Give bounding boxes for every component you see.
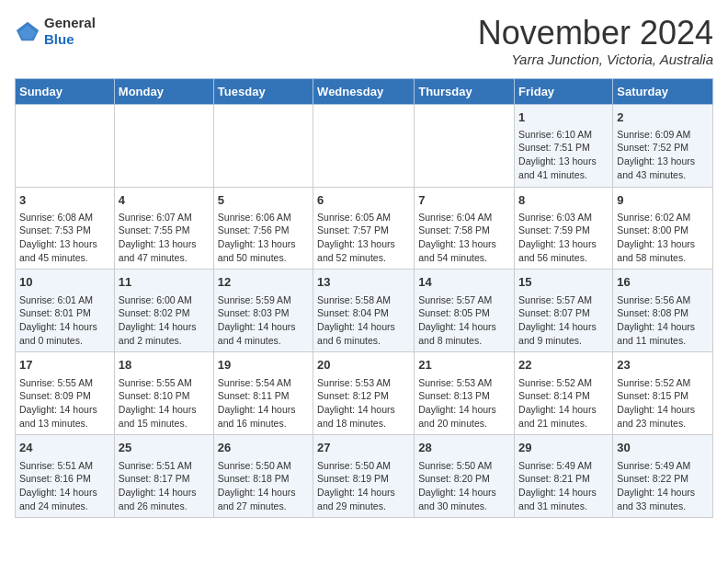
calendar-cell: 20Sunrise: 5:53 AMSunset: 8:12 PMDayligh… [313, 352, 415, 435]
day-number: 19 [218, 357, 309, 373]
day-number: 15 [518, 274, 609, 291]
calendar-cell: 28Sunrise: 5:50 AMSunset: 8:20 PMDayligh… [415, 435, 515, 518]
calendar-cell: 22Sunrise: 5:52 AMSunset: 8:14 PMDayligh… [515, 352, 613, 435]
calendar-week-row: 10Sunrise: 6:01 AMSunset: 8:01 PMDayligh… [16, 270, 713, 352]
calendar-cell: 16Sunrise: 5:56 AMSunset: 8:08 PMDayligh… [613, 270, 713, 352]
logo-blue-text: Blue [44, 31, 96, 48]
weekday-header-thursday: Thursday [415, 78, 515, 104]
day-number: 27 [317, 440, 410, 456]
day-number: 8 [518, 192, 609, 209]
day-number: 23 [617, 357, 709, 373]
calendar-cell: 14Sunrise: 5:57 AMSunset: 8:05 PMDayligh… [415, 270, 515, 352]
day-info: Sunrise: 5:53 AMSunset: 8:13 PMDaylight:… [418, 376, 510, 431]
day-number: 17 [19, 357, 110, 373]
day-number: 9 [617, 192, 709, 209]
calendar-cell: 4Sunrise: 6:07 AMSunset: 7:55 PMDaylight… [114, 187, 213, 270]
calendar-cell [114, 104, 213, 187]
calendar-cell: 27Sunrise: 5:50 AMSunset: 8:19 PMDayligh… [313, 435, 415, 518]
day-number: 13 [317, 274, 410, 291]
calendar-cell: 30Sunrise: 5:49 AMSunset: 8:22 PMDayligh… [613, 435, 713, 518]
day-info: Sunrise: 5:51 AMSunset: 8:17 PMDaylight:… [119, 459, 210, 513]
weekday-header-monday: Monday [114, 78, 213, 104]
day-info: Sunrise: 5:51 AMSunset: 8:16 PMDaylight:… [19, 459, 110, 513]
logo: General Blue [15, 15, 96, 48]
calendar-cell: 21Sunrise: 5:53 AMSunset: 8:13 PMDayligh… [415, 352, 515, 435]
month-title: November 2024 [478, 15, 713, 52]
day-info: Sunrise: 6:08 AMSunset: 7:53 PMDaylight:… [19, 211, 110, 265]
day-info: Sunrise: 5:52 AMSunset: 8:15 PMDaylight:… [617, 376, 709, 431]
day-number: 28 [418, 440, 510, 456]
day-info: Sunrise: 5:55 AMSunset: 8:10 PMDaylight:… [119, 376, 210, 431]
calendar-cell: 18Sunrise: 5:55 AMSunset: 8:10 PMDayligh… [114, 352, 213, 435]
day-number: 11 [119, 274, 210, 291]
day-info: Sunrise: 6:06 AMSunset: 7:56 PMDaylight:… [218, 211, 309, 265]
day-info: Sunrise: 5:55 AMSunset: 8:09 PMDaylight:… [19, 376, 110, 431]
day-info: Sunrise: 5:57 AMSunset: 8:05 PMDaylight:… [418, 293, 510, 348]
day-number: 21 [418, 357, 510, 373]
day-number: 20 [317, 357, 410, 373]
day-number: 26 [218, 440, 309, 456]
calendar-cell: 29Sunrise: 5:49 AMSunset: 8:21 PMDayligh… [515, 435, 613, 518]
day-info: Sunrise: 5:49 AMSunset: 8:22 PMDaylight:… [617, 459, 709, 513]
calendar-cell: 12Sunrise: 5:59 AMSunset: 8:03 PMDayligh… [213, 270, 313, 352]
calendar-cell [16, 104, 115, 187]
calendar-cell: 23Sunrise: 5:52 AMSunset: 8:15 PMDayligh… [613, 352, 713, 435]
calendar-cell: 15Sunrise: 5:57 AMSunset: 8:07 PMDayligh… [515, 270, 613, 352]
calendar-cell: 25Sunrise: 5:51 AMSunset: 8:17 PMDayligh… [114, 435, 213, 518]
day-info: Sunrise: 6:01 AMSunset: 8:01 PMDaylight:… [19, 293, 110, 348]
calendar-cell: 2Sunrise: 6:09 AMSunset: 7:52 PMDaylight… [613, 104, 713, 187]
day-info: Sunrise: 5:58 AMSunset: 8:04 PMDaylight:… [317, 293, 410, 348]
day-number: 22 [518, 357, 609, 373]
calendar-cell: 24Sunrise: 5:51 AMSunset: 8:16 PMDayligh… [16, 435, 115, 518]
calendar-cell: 11Sunrise: 6:00 AMSunset: 8:02 PMDayligh… [114, 270, 213, 352]
day-number: 16 [617, 274, 709, 291]
day-info: Sunrise: 5:53 AMSunset: 8:12 PMDaylight:… [317, 376, 410, 431]
calendar-cell [313, 104, 415, 187]
weekday-header-wednesday: Wednesday [313, 78, 415, 104]
day-number: 6 [317, 192, 410, 209]
calendar-cell: 1Sunrise: 6:10 AMSunset: 7:51 PMDaylight… [515, 104, 613, 187]
calendar-cell [415, 104, 515, 187]
logo-icon [15, 18, 40, 44]
day-number: 4 [119, 192, 210, 209]
day-number: 1 [518, 109, 609, 126]
weekday-header-friday: Friday [515, 78, 613, 104]
day-number: 30 [617, 440, 709, 456]
calendar-cell: 17Sunrise: 5:55 AMSunset: 8:09 PMDayligh… [16, 352, 115, 435]
day-info: Sunrise: 5:52 AMSunset: 8:14 PMDaylight:… [518, 376, 609, 431]
calendar-cell: 26Sunrise: 5:50 AMSunset: 8:18 PMDayligh… [213, 435, 313, 518]
day-info: Sunrise: 6:02 AMSunset: 8:00 PMDaylight:… [617, 211, 709, 265]
day-number: 7 [418, 192, 510, 209]
day-info: Sunrise: 5:50 AMSunset: 8:18 PMDaylight:… [218, 459, 309, 513]
day-number: 12 [218, 274, 309, 291]
day-number: 5 [218, 192, 309, 209]
title-block: November 2024 Yarra Junction, Victoria, … [478, 15, 713, 67]
weekday-header-saturday: Saturday [613, 78, 713, 104]
calendar-cell: 3Sunrise: 6:08 AMSunset: 7:53 PMDaylight… [16, 187, 115, 270]
day-info: Sunrise: 5:56 AMSunset: 8:08 PMDaylight:… [617, 293, 709, 348]
day-info: Sunrise: 6:03 AMSunset: 7:59 PMDaylight:… [518, 211, 609, 265]
calendar-header-row: SundayMondayTuesdayWednesdayThursdayFrid… [16, 78, 713, 104]
day-number: 3 [19, 192, 110, 209]
day-info: Sunrise: 6:05 AMSunset: 7:57 PMDaylight:… [317, 211, 410, 265]
day-info: Sunrise: 6:09 AMSunset: 7:52 PMDaylight:… [617, 128, 709, 182]
calendar-cell [213, 104, 313, 187]
calendar-cell: 13Sunrise: 5:58 AMSunset: 8:04 PMDayligh… [313, 270, 415, 352]
calendar-week-row: 24Sunrise: 5:51 AMSunset: 8:16 PMDayligh… [16, 435, 713, 518]
day-info: Sunrise: 5:50 AMSunset: 8:20 PMDaylight:… [418, 459, 510, 513]
calendar-cell: 9Sunrise: 6:02 AMSunset: 8:00 PMDaylight… [613, 187, 713, 270]
day-info: Sunrise: 6:07 AMSunset: 7:55 PMDaylight:… [119, 211, 210, 265]
day-number: 18 [119, 357, 210, 373]
day-info: Sunrise: 6:00 AMSunset: 8:02 PMDaylight:… [119, 293, 210, 348]
day-info: Sunrise: 6:10 AMSunset: 7:51 PMDaylight:… [518, 128, 609, 182]
day-number: 29 [518, 440, 609, 456]
day-number: 24 [19, 440, 110, 456]
calendar-cell: 10Sunrise: 6:01 AMSunset: 8:01 PMDayligh… [16, 270, 115, 352]
calendar-cell: 8Sunrise: 6:03 AMSunset: 7:59 PMDaylight… [515, 187, 613, 270]
day-info: Sunrise: 5:50 AMSunset: 8:19 PMDaylight:… [317, 459, 410, 513]
day-info: Sunrise: 5:49 AMSunset: 8:21 PMDaylight:… [518, 459, 609, 513]
calendar-week-row: 17Sunrise: 5:55 AMSunset: 8:09 PMDayligh… [16, 352, 713, 435]
day-number: 2 [617, 109, 709, 126]
calendar-cell: 19Sunrise: 5:54 AMSunset: 8:11 PMDayligh… [213, 352, 313, 435]
location-text: Yarra Junction, Victoria, Australia [478, 52, 713, 67]
